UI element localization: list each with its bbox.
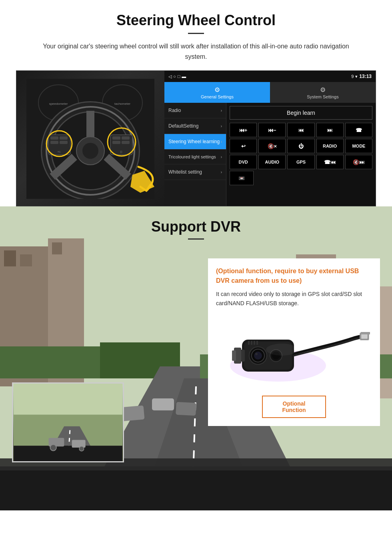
tab-general[interactable]: ⚙ General Settings <box>164 82 270 103</box>
signal-icon: 9 <box>351 74 354 79</box>
menu-item-default[interactable]: DefaultSetting › <box>164 118 226 134</box>
dvr-divider <box>188 238 204 240</box>
ctrl-gps[interactable]: GPS <box>287 155 314 169</box>
ctrl-dvd[interactable]: DVD <box>230 155 257 169</box>
home-icon: ○ <box>173 74 176 79</box>
svg-point-76 <box>266 344 298 356</box>
menu-item-radio[interactable]: Radio › <box>164 103 226 118</box>
svg-rect-68 <box>232 350 236 361</box>
begin-learn-button[interactable]: Begin learn <box>230 106 372 120</box>
menu-default-label: DefaultSetting <box>168 123 198 129</box>
dvr-camera-image <box>216 316 372 388</box>
ctrl-mute-next[interactable]: 🔇⏭ <box>345 155 372 169</box>
svg-rect-69 <box>248 341 250 345</box>
recent-icon: □ <box>178 74 180 79</box>
svg-point-63 <box>255 353 258 355</box>
dvr-camera-svg <box>218 318 370 386</box>
svg-rect-33 <box>52 242 62 254</box>
ctrl-phone-prev[interactable]: ☎⏮ <box>316 155 344 169</box>
svg-text:speedometer: speedometer <box>49 102 68 106</box>
dvr-info-box: (Optional function, require to buy exter… <box>208 258 380 426</box>
svg-rect-75 <box>361 332 370 334</box>
ctrl-mute[interactable]: 🔇× <box>258 139 286 153</box>
ctrl-power[interactable]: ⏻ <box>287 139 314 153</box>
svg-rect-20 <box>112 136 120 140</box>
android-menu: Radio › DefaultSetting › Steering Wheel … <box>164 103 226 206</box>
ctrl-cam[interactable]: 📼 <box>230 171 254 185</box>
svg-rect-74 <box>361 334 368 339</box>
chevron-icon: › <box>221 170 222 174</box>
steering-title: Steering Wheel Control <box>16 12 376 29</box>
dvr-title-area: Support DVR <box>0 206 392 244</box>
ctrl-vol-up[interactable]: ⏮+ <box>230 123 257 137</box>
menu-steering-label: Steering Wheel learning <box>168 139 220 144</box>
back-icon: ◁ <box>168 74 172 79</box>
system-icon: ⚙ <box>320 86 326 94</box>
ctrl-mode[interactable]: MODE <box>345 139 372 153</box>
svg-rect-41 <box>176 402 196 416</box>
menu-icon: ▬ <box>182 74 186 79</box>
android-panel: Begin learn ⏮+ ⏮− ⏮ ⏭ ☎ ↩ <box>226 103 376 206</box>
chevron-icon: › <box>221 108 222 113</box>
android-content: Radio › DefaultSetting › Steering Wheel … <box>164 103 376 206</box>
svg-point-62 <box>254 352 262 360</box>
menu-tricoloured-label: Tricoloured light settings <box>168 154 216 159</box>
menu-item-whitelist[interactable]: Whitelist setting › <box>164 164 226 180</box>
svg-rect-46 <box>0 466 392 510</box>
ctrl-next[interactable]: ⏭ <box>316 123 344 137</box>
svg-rect-72 <box>256 341 258 345</box>
steering-section: Steering Wheel Control Your original car… <box>0 0 392 206</box>
chevron-icon: › <box>221 140 222 144</box>
dvr-small-inner <box>13 384 123 461</box>
svg-rect-16 <box>60 136 68 140</box>
steering-photo: speedometer tachometer +/- <box>16 71 164 206</box>
control-row-3: DVD AUDIO GPS ☎⏮ 🔇⏭ <box>230 155 372 169</box>
statusbar: ◁ ○ □ ▬ 9 ▾ 13:13 <box>164 71 376 82</box>
menu-whitelist-label: Whitelist setting <box>168 169 202 175</box>
svg-rect-21 <box>112 141 120 144</box>
dvr-small-view <box>12 382 124 462</box>
svg-rect-70 <box>251 341 252 345</box>
ctrl-radio[interactable]: RADIO <box>316 139 344 153</box>
settings-icon: ⚙ <box>214 86 220 94</box>
tab-system-label: System Settings <box>307 94 338 99</box>
dvr-description: It can record video only to storage in G… <box>216 290 372 308</box>
tab-system[interactable]: ⚙ System Settings <box>270 82 376 103</box>
svg-point-55 <box>50 444 56 451</box>
ctrl-prev[interactable]: ⏮ <box>287 123 314 137</box>
dvr-title: Support DVR <box>0 218 392 235</box>
svg-point-12 <box>82 143 98 159</box>
menu-radio-label: Radio <box>168 108 181 113</box>
control-grid: ⏮+ ⏮− ⏮ ⏭ ☎ ↩ 🔇× ⏻ RADIO MODE <box>230 123 372 185</box>
svg-rect-40 <box>152 398 174 410</box>
ui-screenshot: speedometer tachometer +/- <box>16 70 376 206</box>
chevron-icon: › <box>221 124 222 128</box>
svg-point-56 <box>79 446 84 451</box>
chevron-icon: › <box>221 155 222 159</box>
svg-rect-15 <box>50 141 58 144</box>
svg-rect-22 <box>122 136 130 140</box>
dvr-section: Support DVR (Optional function, require … <box>0 206 392 510</box>
steering-subtitle: Your original car's steering wheel contr… <box>32 41 360 62</box>
menu-item-tricoloured[interactable]: Tricoloured light settings › <box>164 150 226 164</box>
svg-rect-23 <box>122 141 130 144</box>
ctrl-audio[interactable]: AUDIO <box>258 155 286 169</box>
statusbar-time: 13:13 <box>359 74 372 79</box>
steering-wheel-svg: speedometer tachometer +/- <box>26 79 154 199</box>
dvr-small-svg <box>13 384 123 461</box>
svg-rect-52 <box>14 446 122 461</box>
ctrl-vol-down[interactable]: ⏮− <box>258 123 286 137</box>
control-row-4: 📼 <box>230 171 372 185</box>
svg-rect-54 <box>72 440 86 448</box>
ctrl-back[interactable]: ↩ <box>230 139 257 153</box>
svg-rect-71 <box>254 341 255 345</box>
ctrl-phone[interactable]: ☎ <box>345 123 372 137</box>
svg-text:⟨⟩: ⟨⟩ <box>120 150 122 153</box>
optional-function-button[interactable]: Optional Function <box>262 396 326 418</box>
control-row-2: ↩ 🔇× ⏻ RADIO MODE <box>230 139 372 153</box>
panel-top: Begin learn <box>230 106 372 120</box>
menu-item-steering[interactable]: Steering Wheel learning › <box>164 134 226 150</box>
android-ui: ◁ ○ □ ▬ 9 ▾ 13:13 ⚙ General Settings <box>164 71 376 206</box>
statusbar-nav-icons: ◁ ○ □ ▬ <box>168 74 186 79</box>
control-row-1: ⏮+ ⏮− ⏮ ⏭ ☎ <box>230 123 372 137</box>
